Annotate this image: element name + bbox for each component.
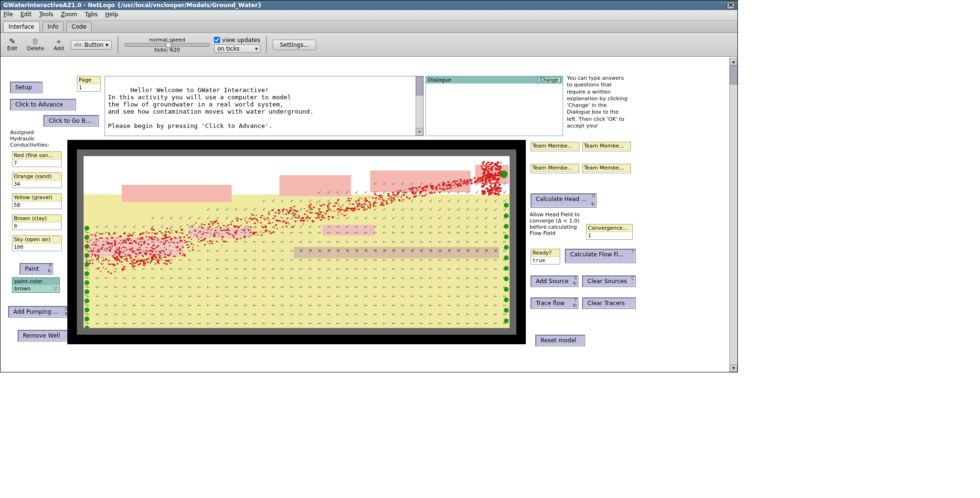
- tab-info[interactable]: Info: [43, 21, 64, 32]
- forever-icon: ↻: [573, 303, 577, 308]
- advance-button[interactable]: Click to Advance: [10, 99, 76, 110]
- forever-icon: ↻: [591, 201, 595, 207]
- allow-head-label: Allow Head Field to converge (Δ < 1.0) b…: [530, 212, 582, 236]
- edit-button[interactable]: ✎Edit: [4, 37, 20, 53]
- widget-type-selector[interactable]: abc Button ▾: [71, 40, 112, 50]
- paint-color-chooser[interactable]: paint-color brown▽: [12, 277, 60, 293]
- monitor-brown: Brown (clay)0: [12, 214, 62, 230]
- chevron-down-icon: ▾: [106, 42, 108, 48]
- change-button[interactable]: Change: [538, 77, 561, 83]
- clear-tracers-button[interactable]: Clear Tracers: [582, 297, 636, 309]
- window-titlebar: GWaterInteractiveAZ1.0 - NetLogo {/usr/l…: [0, 0, 737, 10]
- add-button[interactable]: ＋Add: [51, 37, 66, 53]
- add-pumping-button[interactable]: Add Pumping ...W↻: [8, 306, 70, 318]
- tab-bar: Interface Info Code: [0, 21, 737, 33]
- assigned-label: Assigned Hydraulic Conductivities:: [10, 129, 49, 148]
- monitor-team3: Team Membe...: [531, 164, 579, 173]
- dialogue-input[interactable]: DialogueChange: [426, 76, 563, 136]
- calc-flow-button[interactable]: Calculate Flow Fi...F: [565, 249, 636, 263]
- menu-tabs[interactable]: Tabs: [85, 11, 98, 18]
- world-view[interactable]: ←←←←←←←←←←←←←←←←←←←←←←←←←←←←←←←←←←←←←←←←…: [67, 140, 526, 344]
- workspace-scrollbar[interactable]: ▴ ▾: [729, 58, 737, 372]
- add-source-button[interactable]: Add SourceS↻: [531, 275, 578, 287]
- tab-code[interactable]: Code: [66, 21, 92, 32]
- forever-icon: ↻: [573, 281, 577, 286]
- separator: [117, 36, 118, 53]
- paint-button[interactable]: PaintP↻: [20, 263, 53, 275]
- monitor-team4: Team Membe...: [582, 164, 631, 173]
- menu-file[interactable]: File: [3, 11, 13, 18]
- monitor-team2: Team Membe...: [582, 142, 631, 151]
- trash-icon: 🗑: [32, 38, 39, 45]
- chevron-down-icon: ▽: [53, 286, 57, 292]
- goback-button[interactable]: Click to Go B...: [43, 115, 99, 127]
- monitor-ready: Ready?true: [531, 249, 560, 265]
- menubar: File Edit Tools Zoom Tabs Help: [0, 10, 737, 21]
- remove-well-button[interactable]: Remove WellR↻: [18, 330, 72, 341]
- interface-workspace: Setup Click to Advance Click to Go B... …: [0, 58, 737, 372]
- menu-help[interactable]: Help: [105, 11, 118, 18]
- monitor-page: Page1: [77, 76, 101, 92]
- window-title: GWaterInteractiveAZ1.0 - NetLogo {/usr/l…: [3, 0, 262, 10]
- interface-toolbar: ✎Edit 🗑Delete ＋Add abc Button ▾ normal s…: [0, 33, 737, 57]
- monitor-team1: Team Membe...: [531, 142, 579, 151]
- monitor-convergence: Convergence...1: [586, 224, 633, 240]
- monitor-sky: Sky (open air)100: [12, 235, 62, 251]
- abc-icon: abc: [74, 42, 83, 47]
- separator: [266, 36, 267, 53]
- speed-slider[interactable]: [124, 43, 210, 47]
- scroll-up-icon[interactable]: ▴: [730, 58, 737, 65]
- instructions-note: You can type answers to questions that r…: [567, 75, 629, 129]
- clear-sources-button[interactable]: Clear SourcesC: [582, 275, 636, 287]
- monitor-orange: Orange (sand)34: [12, 172, 62, 188]
- update-mode-select[interactable]: on ticks: [214, 44, 260, 53]
- menu-tools[interactable]: Tools: [39, 11, 53, 18]
- scroll-down-icon[interactable]: ▾: [416, 128, 423, 136]
- plus-icon: ＋: [55, 38, 63, 45]
- scroll-down-icon[interactable]: ▾: [730, 364, 737, 372]
- tab-interface[interactable]: Interface: [3, 21, 40, 32]
- setup-button[interactable]: Setup: [10, 82, 43, 93]
- reset-model-button[interactable]: Reset model: [535, 335, 585, 346]
- pencil-icon: ✎: [9, 38, 15, 45]
- close-icon[interactable]: ✕: [727, 1, 735, 9]
- delete-button[interactable]: 🗑Delete: [24, 37, 47, 53]
- speed-slider-group: normal speed ticks: 620: [124, 37, 210, 53]
- view-updates-checkbox[interactable]: view updates: [214, 37, 260, 43]
- slider-thumb[interactable]: [165, 42, 172, 48]
- output-box: Hello! Welcome to GWater Interactive! In…: [105, 76, 424, 136]
- monitor-yellow: Yellow (gravel)58: [12, 193, 62, 209]
- calc-head-button[interactable]: Calculate Head ...H↻: [531, 193, 597, 208]
- menu-edit[interactable]: Edit: [21, 11, 32, 18]
- trace-flow-button[interactable]: Trace flowT↻: [531, 297, 578, 309]
- output-scrollbar[interactable]: ▾: [415, 76, 423, 136]
- monitor-red: Red (fine san...7: [12, 151, 62, 167]
- forever-icon: ↻: [48, 268, 52, 274]
- menu-zoom[interactable]: Zoom: [61, 11, 77, 18]
- settings-button[interactable]: Settings...: [273, 40, 316, 50]
